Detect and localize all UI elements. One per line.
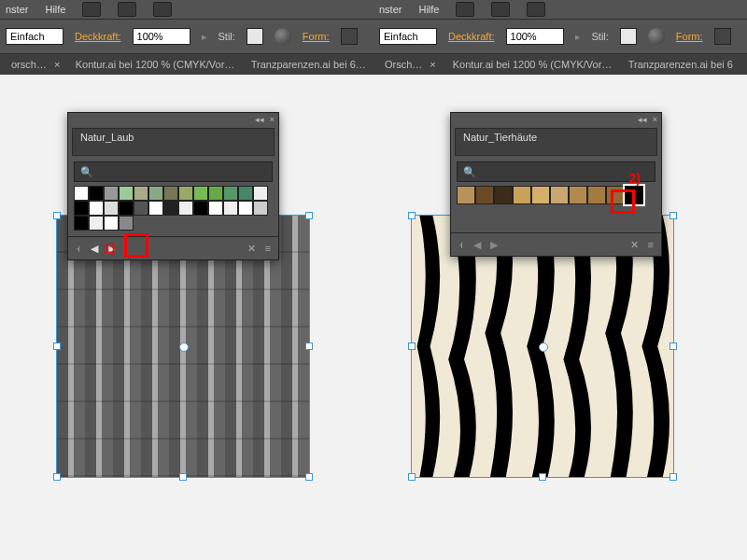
swatch[interactable] — [119, 216, 134, 231]
canvas-area[interactable]: ◂◂× Natur_Tierhäute 🔍 ⫞ ◀ ▶ ✕ ≡ 2) — [374, 75, 747, 560]
opacity-label[interactable]: Deckkraft: — [75, 31, 121, 42]
swatch[interactable] — [587, 186, 606, 204]
swatch[interactable] — [119, 186, 134, 201]
tab-2[interactable]: Kontur.ai bei 1200 % (CMYK/Vor…× — [68, 54, 242, 75]
swatch[interactable] — [193, 201, 208, 216]
form-label[interactable]: Form: — [676, 31, 703, 42]
swatch[interactable] — [513, 186, 531, 204]
swatch[interactable] — [193, 186, 208, 201]
prev-icon[interactable]: ◀ — [473, 239, 481, 251]
swatch[interactable] — [89, 216, 104, 231]
swatch[interactable] — [178, 201, 193, 216]
swatch-panel-tierhaeute[interactable]: ◂◂× Natur_Tierhäute 🔍 ⫞ ◀ ▶ ✕ ≡ 2) — [450, 112, 662, 257]
swatch[interactable] — [104, 186, 119, 201]
swatch[interactable] — [457, 186, 475, 204]
swatch[interactable] — [208, 186, 223, 201]
swatch[interactable] — [119, 201, 134, 216]
swatch[interactable] — [223, 186, 238, 201]
swatch[interactable] — [208, 201, 223, 216]
panel-title[interactable]: Natur_Tierhäute — [455, 128, 657, 156]
handle[interactable] — [408, 212, 416, 219]
canvas-area[interactable]: ◂◂× Natur_Laub 🔍 ⫞ ◀ ▶ ✕ ≡ 1) — [0, 75, 374, 560]
collapse-icon[interactable]: ◂◂ — [255, 115, 264, 124]
form-swatch[interactable] — [714, 28, 731, 45]
globe-icon[interactable] — [648, 28, 665, 45]
swatch-panel-laub[interactable]: ◂◂× Natur_Laub 🔍 ⫞ ◀ ▶ ✕ ≡ 1) — [67, 112, 279, 260]
new-icon[interactable]: ✕ — [247, 243, 256, 255]
search-input[interactable]: 🔍 — [457, 161, 655, 182]
menu-hilfe[interactable]: Hilfe — [418, 4, 439, 15]
panel-title[interactable]: Natur_Laub — [72, 128, 275, 156]
swatch[interactable] — [494, 186, 513, 204]
handle[interactable] — [669, 473, 677, 481]
tab-1[interactable]: Orsch…× — [377, 54, 444, 75]
new-icon[interactable]: ✕ — [630, 239, 639, 251]
handle[interactable] — [53, 212, 61, 219]
globe-icon[interactable] — [275, 28, 291, 45]
menu-fenster[interactable]: nster — [6, 4, 28, 15]
close-icon[interactable]: × — [54, 59, 60, 70]
swatch[interactable] — [148, 201, 163, 216]
arrange-icon[interactable] — [118, 2, 136, 17]
handle[interactable] — [539, 473, 546, 481]
swatch[interactable] — [148, 186, 163, 201]
handle[interactable] — [305, 343, 313, 350]
handle[interactable] — [53, 343, 61, 350]
swatch[interactable] — [89, 186, 104, 201]
handle[interactable] — [669, 212, 677, 219]
next-icon[interactable]: ▶ — [490, 239, 498, 251]
swatch[interactable] — [74, 216, 89, 231]
handle[interactable] — [669, 343, 677, 350]
center-handle[interactable] — [539, 343, 548, 352]
search-input[interactable]: 🔍 — [74, 161, 273, 182]
swatch[interactable] — [104, 216, 119, 231]
prev-icon[interactable]: ◀ — [91, 243, 98, 255]
tab-1[interactable]: orsch…× — [4, 54, 66, 75]
style-swatch[interactable] — [247, 28, 263, 45]
style-swatch[interactable] — [620, 28, 637, 45]
tool-icon[interactable] — [527, 2, 545, 17]
handle[interactable] — [305, 212, 313, 219]
menu-icon[interactable]: ≡ — [648, 239, 654, 250]
swatch[interactable] — [550, 186, 569, 204]
swatch[interactable] — [253, 201, 268, 216]
tab-2[interactable]: Kontur.ai bei 1200 % (CMYK/Vor…× — [445, 54, 619, 75]
swatch[interactable] — [238, 201, 253, 216]
swatch[interactable] — [163, 186, 178, 201]
center-handle[interactable] — [179, 343, 189, 352]
swatch[interactable] — [238, 186, 253, 201]
stroke-profile[interactable]: Einfach — [6, 28, 63, 45]
swatch[interactable] — [104, 201, 119, 216]
swatch[interactable] — [475, 186, 494, 204]
collapse-icon[interactable]: ◂◂ — [638, 115, 647, 124]
menu-fenster[interactable]: nster — [379, 4, 402, 15]
opacity-label[interactable]: Deckkraft: — [448, 31, 495, 42]
library-icon[interactable]: ⫞ — [458, 239, 464, 250]
bridge-icon[interactable] — [82, 2, 101, 17]
swatch[interactable] — [253, 186, 268, 201]
handle[interactable] — [408, 473, 416, 481]
form-swatch[interactable] — [341, 28, 358, 45]
opacity-value[interactable]: 100% — [506, 28, 564, 45]
arrange-icon[interactable] — [491, 2, 510, 17]
library-icon[interactable]: ⫞ — [76, 243, 81, 254]
swatch[interactable] — [531, 186, 550, 204]
swatch[interactable] — [74, 201, 89, 216]
stroke-profile[interactable]: Einfach — [379, 28, 437, 45]
menu-icon[interactable]: ≡ — [265, 243, 271, 254]
opacity-value[interactable]: 100% — [133, 28, 190, 45]
handle[interactable] — [53, 473, 61, 481]
handle[interactable] — [408, 343, 416, 350]
swatch[interactable] — [178, 186, 193, 201]
tab-3[interactable]: Tranzparenzen.ai bei 6… — [244, 54, 370, 75]
swatch[interactable] — [223, 201, 238, 216]
tool-icon[interactable] — [153, 2, 172, 17]
swatch[interactable] — [89, 201, 104, 216]
form-label[interactable]: Form: — [303, 31, 330, 42]
close-icon[interactable]: × — [430, 59, 435, 70]
swatch[interactable] — [163, 201, 178, 216]
swatch[interactable] — [569, 186, 587, 204]
bridge-icon[interactable] — [456, 2, 474, 17]
menu-hilfe[interactable]: Hilfe — [45, 4, 65, 15]
close-icon[interactable]: × — [653, 115, 657, 124]
